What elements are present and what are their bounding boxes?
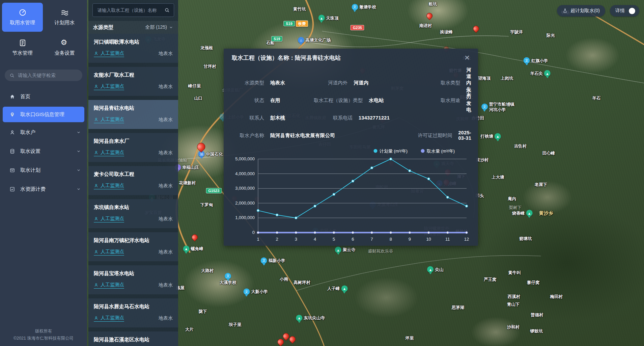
- list-item[interactable]: 东坑镇自来水站人工监测点地表水: [88, 199, 178, 228]
- chevron-down-icon: [76, 149, 81, 154]
- scenic-pin-icon[interactable]: ▲: [335, 247, 341, 253]
- map-label-poi[interactable]: ⌂幸福山庄: [174, 164, 199, 171]
- list-item[interactable]: 友能水厂取水工程人工监测点地表水: [88, 67, 178, 96]
- intake-point-marker[interactable]: [190, 233, 199, 242]
- module-gear[interactable]: ⚙业务设置: [44, 33, 85, 62]
- scenic-pin-icon[interactable]: ▲: [183, 245, 189, 252]
- intake-point-marker[interactable]: [472, 24, 480, 33]
- map-label-place: 嶂仔里: [188, 83, 201, 89]
- scenic-pin-icon[interactable]: ▲: [427, 266, 433, 273]
- svg-text:10: 10: [426, 237, 431, 242]
- facility-search-input[interactable]: [97, 7, 162, 13]
- module-label: 计划用水: [55, 20, 75, 26]
- scenic-pin-icon[interactable]: ▲: [544, 70, 551, 77]
- map-label-text: 梅田村: [550, 294, 563, 299]
- map-label-poi[interactable]: 烧香嶂▲: [512, 210, 533, 216]
- school-pin-icon[interactable]: 文: [481, 104, 488, 110]
- plan-vs-intake-chart: 01,000,0002,000,0003,000,0004,000,0005,0…: [231, 147, 473, 247]
- list-item[interactable]: 陆河县青砫水电站人工监测点地表水: [88, 100, 178, 129]
- chevron-down-icon: [76, 187, 81, 191]
- map-label-text: 大新小学: [251, 289, 268, 294]
- monitor-type-link[interactable]: 人工监测点: [94, 282, 124, 289]
- monitor-type-link[interactable]: 人工监测点: [94, 50, 124, 57]
- map-label-poi[interactable]: 文大新小学: [243, 289, 268, 295]
- monitor-type-link[interactable]: 人工监测点: [94, 116, 124, 123]
- map-label-text: 高塘文化广场: [306, 37, 331, 43]
- map-label-text: 幸福山庄: [182, 165, 199, 170]
- monitor-type-link[interactable]: 人工监测点: [94, 216, 124, 222]
- sidebar-search[interactable]: [5, 70, 82, 81]
- scenic-pin-icon[interactable]: ▲: [341, 285, 348, 292]
- school-pin-icon[interactable]: 文: [243, 289, 250, 295]
- map-label-poi[interactable]: ▲尖山: [427, 266, 443, 273]
- sidebar-item-db[interactable]: 取水设置: [0, 142, 87, 160]
- module-gauge[interactable]: 取用水管理: [2, 3, 43, 32]
- field-pair: 联系人彭木桃: [230, 115, 319, 121]
- list-item[interactable]: 陆河县南万镇杞洋水电站人工监测点地表水: [88, 232, 178, 261]
- map-label-place: 芋陂洋: [510, 29, 523, 35]
- module-doc[interactable]: 节水管理: [2, 33, 43, 62]
- sidebar-item-chart[interactable]: 水资源计费: [0, 180, 87, 198]
- toggle-knob-icon[interactable]: [629, 8, 635, 14]
- map-label-poi[interactable]: ▲聚云寺: [335, 247, 356, 253]
- map-label-poi[interactable]: ▲东坑尖山寺: [296, 315, 325, 321]
- map-label-poi[interactable]: 文福新小学: [261, 257, 285, 264]
- school-pin-icon[interactable]: 文: [261, 257, 267, 264]
- close-icon[interactable]: ✕: [463, 54, 471, 62]
- facility-search[interactable]: [92, 3, 174, 17]
- list-item[interactable]: 麦卡公司取水工程人工监测点地表水: [88, 166, 178, 195]
- sidebar-item-pin[interactable]: 取水口GIS信息管理: [3, 107, 84, 122]
- sidebar-item-card[interactable]: 取水计划: [0, 161, 87, 179]
- monitor-type-link[interactable]: 人工监测点: [94, 183, 124, 189]
- list-item[interactable]: 陆河县自来水厂人工监测点地表水: [88, 133, 178, 162]
- scenic-pin-icon[interactable]: ▲: [526, 210, 532, 216]
- map-label-place: 盛财苑欢乐谷: [368, 248, 393, 254]
- over-plan-intake-button[interactable]: 超计划取水(0): [557, 5, 605, 17]
- filter-label: 水源类型: [93, 24, 113, 31]
- monitor-type-link[interactable]: 人工监测点: [94, 315, 124, 322]
- map-label-poi[interactable]: 文普宁市船埔镇 河坑小学: [481, 101, 514, 112]
- list-item[interactable]: 河口镇唱歌潭水电站人工监测点地表水: [88, 34, 178, 63]
- detail-toggle[interactable]: 详情: [610, 5, 639, 17]
- scenic-pin-icon[interactable]: ▲: [296, 315, 302, 321]
- map-label-poi[interactable]: ⌂高塘文化广场: [298, 37, 331, 43]
- search-icon: [9, 73, 15, 78]
- filter-dropdown[interactable]: 全部 (125): [145, 24, 173, 30]
- map-label-poi[interactable]: 文大溪学校: [220, 273, 236, 286]
- search-icon[interactable]: [164, 7, 170, 13]
- monitor-type-link[interactable]: 人工监测点: [94, 150, 124, 156]
- scenic-pin-icon[interactable]: ▲: [318, 15, 325, 21]
- sidebar-item-person[interactable]: 取水户: [0, 124, 87, 141]
- scenic-pin-icon[interactable]: ▲: [495, 133, 501, 139]
- module-label: 节水管理: [12, 50, 33, 56]
- sidebar-item-home[interactable]: 首页: [0, 88, 87, 105]
- map-label-poi[interactable]: 人子嶂▲: [327, 285, 348, 292]
- map-label-poi[interactable]: ▲天珠顶: [318, 15, 339, 21]
- school-pin-icon[interactable]: 文: [352, 4, 358, 10]
- monitor-type-link[interactable]: 人工监测点: [94, 83, 124, 90]
- school-pin-icon[interactable]: 文: [524, 57, 530, 64]
- facility-name: 陆河县自来水厂: [94, 138, 173, 144]
- intake-point-marker[interactable]: [425, 12, 434, 20]
- map-label-place: 南进村: [419, 23, 432, 28]
- poi-pin-icon[interactable]: ⌂: [298, 37, 304, 43]
- map-label-poi[interactable]: 文红旗小学: [524, 57, 548, 64]
- map-label-poi[interactable]: 羊石尖▲: [530, 70, 551, 77]
- map-label-place: 田心嶂: [542, 151, 555, 156]
- map-label-text: 聚云寺: [343, 247, 356, 252]
- monitor-type-link[interactable]: 人工监测点: [94, 249, 124, 256]
- map-label-poi[interactable]: ▲螺角嶂: [183, 245, 203, 252]
- map-label-poi[interactable]: 油中国石化: [198, 151, 223, 157]
- school-pin-icon[interactable]: 文: [225, 273, 231, 280]
- map-label-poi[interactable]: 打铁塘▲: [480, 133, 501, 139]
- module-waves[interactable]: 计划用水: [44, 3, 85, 32]
- svg-text:取水量 (m³/年): 取水量 (m³/年): [426, 149, 455, 154]
- list-item[interactable]: 陆河县激石溪老区水电站人工监测点地表水: [88, 331, 178, 346]
- map-label-text: 下罗甸: [200, 202, 213, 208]
- sidebar-search-input[interactable]: [17, 72, 80, 78]
- list-item[interactable]: 陆河县宝塔水电站人工监测点地表水: [88, 265, 178, 294]
- road-shield: 收费: [296, 20, 308, 27]
- field-label: 取水类型: [416, 80, 460, 86]
- map-label-poi[interactable]: 文墩塘学校: [352, 4, 376, 10]
- list-item[interactable]: 陆河县水唇走马石水电站人工监测点地表水: [88, 298, 178, 327]
